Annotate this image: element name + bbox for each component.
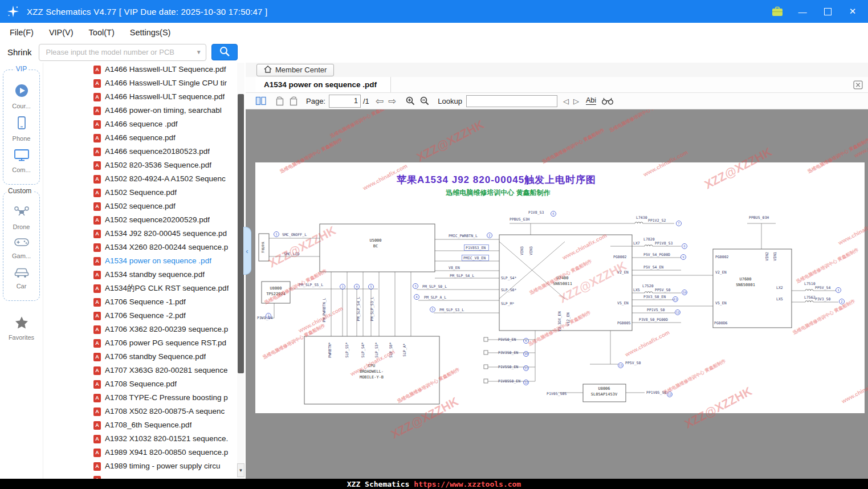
file-list-item[interactable]: AA1502 820-3536 Sequence.pdf — [43, 158, 237, 172]
chevron-down-icon[interactable]: ▼ — [196, 49, 202, 55]
model-search-combobox[interactable]: ▼ — [39, 44, 206, 61]
file-name: A1708_6th Sequence.pdf — [105, 418, 191, 432]
minimize-button[interactable]: — — [795, 4, 810, 19]
svg-text:6: 6 — [552, 212, 554, 215]
file-list-item[interactable]: AA1708_6th Sequence.pdf — [43, 418, 237, 432]
shrink-button[interactable]: Shrink — [4, 47, 35, 58]
file-list-item[interactable]: AA1534的PG CLK RST sequence.pdf — [43, 282, 237, 295]
menu-item-settings[interactable]: Settings(S) — [130, 28, 171, 37]
pdf-file-icon: A — [93, 394, 101, 402]
lookup-input[interactable] — [466, 95, 557, 107]
file-list-item[interactable]: AA1932 X1032 820-01521 sequence. — [43, 432, 237, 446]
rotate-left-icon[interactable] — [275, 96, 285, 106]
rotate-right-icon[interactable] — [288, 96, 299, 106]
status-bar: XZZ Schematics https://www.xzztools.com — [0, 479, 868, 489]
binoculars-icon[interactable] — [601, 97, 614, 105]
file-list-item[interactable]: AA1502 sequence.pdf — [43, 199, 237, 213]
file-list-item[interactable]: AA1708 Sequence.pdf — [43, 377, 237, 391]
file-list-item[interactable]: AA1989 timing - power supply circu — [43, 459, 237, 473]
close-button[interactable]: ✕ — [845, 4, 860, 19]
svg-text:XZZ@XZZHK: XZZ@XZZHK — [414, 117, 486, 164]
file-list-item[interactable]: AA1466 power-on timing, searchabl — [43, 104, 237, 117]
file-list-item[interactable]: AA1708 X502 820-00875-A sequenc — [43, 405, 237, 418]
file-list-item[interactable]: AA1706 standby Sequence.pdf — [43, 350, 237, 364]
file-list-item[interactable]: AA1707 X363G 820-00281 sequence — [43, 364, 237, 377]
file-list-item[interactable]: AA1706 Sequence -2.pdf — [43, 309, 237, 323]
search-button[interactable] — [211, 44, 238, 60]
status-url: https://www.xzztools.com — [414, 480, 521, 488]
sidebar-item-favorites[interactable]: Favorites — [0, 316, 43, 341]
panel-collapse-handle[interactable]: ‹ — [243, 227, 251, 275]
pdf-file-icon: A — [93, 366, 101, 375]
file-list-item[interactable]: AA1466 Hasswell-ULT Single CPU tir — [43, 76, 237, 90]
sidebar-item-car[interactable]: Car — [3, 266, 39, 290]
file-list-item[interactable]: AA1989 X941 820-00850 sequence.p — [43, 446, 237, 459]
svg-text:LX5: LX5 — [633, 288, 640, 292]
file-list-item[interactable]: AA1502 820-4924-A A1502 Sequenc — [43, 172, 237, 186]
tab-document[interactable]: A1534 power on sequence .pdf — [255, 77, 391, 92]
pdf-file-icon: A — [93, 257, 101, 266]
file-list-item[interactable]: AA1534 X260 820-00244 sequence.p — [43, 241, 237, 254]
file-list-item[interactable]: AA1534 power on sequence .pdf — [43, 254, 237, 268]
file-list-item[interactable]: AA1708 TYPE-C Pressure boosting p — [43, 391, 237, 405]
svg-text:P3V3_S4: P3V3_S4 — [257, 316, 272, 320]
sidebar-item-computer[interactable]: Com... — [3, 148, 39, 173]
sidebar-item-drone[interactable]: Drone — [3, 205, 39, 230]
maximize-button[interactable] — [820, 4, 835, 19]
file-list-item[interactable]: AA1466 sequence.pdf — [43, 131, 237, 145]
member-center-button[interactable]: Member Center — [256, 64, 334, 76]
menu-item-file[interactable]: File(F) — [10, 28, 34, 37]
file-list-item[interactable]: AA1706 Sequence -1.pdf — [43, 295, 237, 309]
file-list-item[interactable]: AA1466 sequence20180523.pdf — [43, 145, 237, 158]
svg-text:PP1V2_S2: PP1V2_S2 — [648, 218, 666, 223]
file-name: A1466 power-on timing, searchabl — [105, 104, 222, 117]
svg-text:迅维电脑维修培训中心 黄鑫船制作: 迅维电脑维修培训中心 黄鑫船制作 — [540, 127, 605, 165]
svg-text:U5000: U5000 — [369, 238, 381, 243]
file-list-item[interactable]: AA1534 standby sequence.pdf — [43, 268, 237, 282]
svg-text:SL05AP1453V: SL05AP1453V — [591, 392, 618, 397]
svg-text:2: 2 — [841, 300, 842, 303]
page-number-input[interactable] — [329, 95, 361, 108]
search-input[interactable] — [45, 47, 194, 57]
svg-text:PP1V8_S3: PP1V8_S3 — [655, 241, 673, 246]
file-list-item[interactable]: AA1534 J92 820-00045 sequence.pd — [43, 227, 237, 241]
menu-item-vip[interactable]: VIP(V) — [49, 28, 74, 37]
file-list-item[interactable]: AA1706 X362 820-00239 sequence.p — [43, 323, 237, 336]
zoom-out-icon[interactable] — [419, 96, 430, 106]
file-list-item[interactable]: AA1706 power PG sequence RST.pd — [43, 336, 237, 350]
pdf-viewport[interactable]: 开机排线U5000BCU8000TPS22924CPUBROADWELL-MOB… — [246, 109, 868, 479]
file-list-item[interactable]: AA1502 sequence20200529.pdf — [43, 213, 237, 227]
sidebar-item-phone[interactable]: Phone — [3, 116, 39, 142]
find-previous-icon[interactable]: ◁ — [563, 97, 569, 105]
sidebar-item-course[interactable]: Cour... — [3, 83, 39, 109]
sidebar-item-game[interactable]: Gam... — [3, 237, 39, 259]
window-title: XZZ Schematics V4.77 [ VIP Due date: 202… — [27, 7, 267, 17]
pdf-file-icon: A — [93, 380, 101, 389]
scrollbar-down-button[interactable]: ▼ — [237, 463, 244, 477]
svg-text:PG0002: PG0002 — [715, 255, 729, 259]
svg-text:LX2: LX2 — [776, 286, 783, 290]
file-list-item[interactable]: AA1466 Hasswell-ULT sequence.pdf — [43, 90, 237, 104]
svg-text:L7510: L7510 — [804, 282, 816, 286]
two-page-view-icon[interactable] — [255, 96, 267, 105]
file-list-item[interactable]: AA1466 Hasswell-ULT Sequence.pdf — [43, 63, 237, 76]
pdf-file-icon: A — [93, 435, 101, 443]
svg-text:PWRBTN*: PWRBTN* — [328, 342, 332, 357]
find-next-icon[interactable]: ▷ — [573, 97, 579, 105]
svg-text:PP5V_S0: PP5V_S0 — [625, 361, 641, 365]
file-list-item[interactable]: AA1466 sequence .pdf — [43, 117, 237, 131]
svg-text:P1V8_S3: P1V8_S3 — [528, 210, 544, 215]
zoom-in-icon[interactable] — [405, 96, 415, 106]
forward-page-icon[interactable]: ⇨ — [388, 96, 396, 106]
svg-text:12: 12 — [676, 311, 680, 314]
status-app-name: XZZ Schematics — [347, 480, 410, 488]
license-icon[interactable] — [770, 4, 785, 19]
match-case-icon[interactable]: Abi — [586, 97, 596, 105]
menu-item-tool[interactable]: Tool(T) — [89, 28, 115, 37]
file-list-item[interactable]: A — [43, 473, 237, 479]
svg-text:5: 5 — [370, 285, 372, 288]
file-list-item[interactable]: AA1502 Sequence.pdf — [43, 186, 237, 199]
back-page-icon[interactable]: ⇦ — [376, 96, 384, 106]
close-tab-icon[interactable] — [853, 80, 863, 89]
sidebar-item-label: Drone — [13, 223, 30, 230]
